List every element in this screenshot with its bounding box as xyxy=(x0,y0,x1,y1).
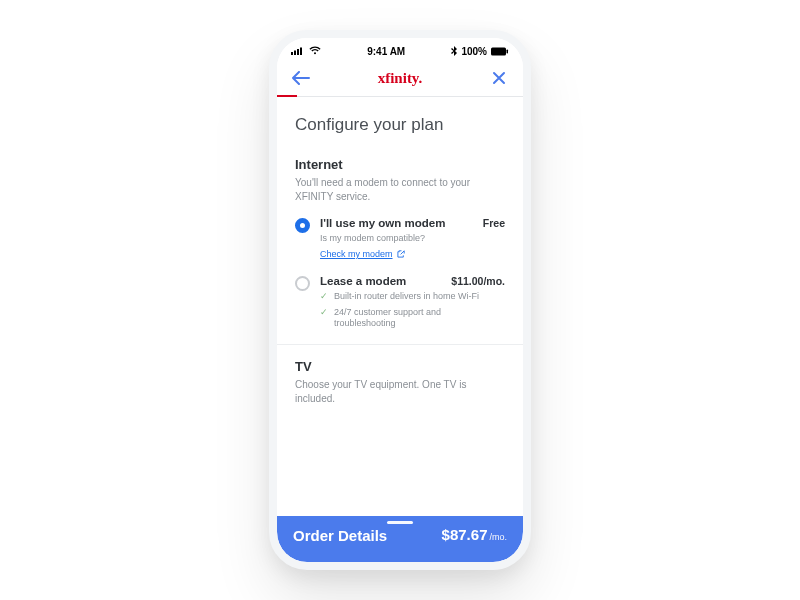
feature-text: Built-in router delivers in home Wi-Fi xyxy=(334,291,479,303)
svg-rect-0 xyxy=(291,52,293,55)
check-icon: ✓ xyxy=(320,291,328,303)
bluetooth-icon xyxy=(451,46,457,56)
check-modem-link[interactable]: Check my modem xyxy=(320,249,406,260)
page-title: Configure your plan xyxy=(295,115,505,135)
svg-rect-2 xyxy=(297,49,299,55)
internet-section-title: Internet xyxy=(295,157,505,172)
tv-section-subtitle: Choose your TV equipment. One TV is incl… xyxy=(295,378,505,405)
order-price: $87.67 xyxy=(442,526,488,543)
radio-lease-modem[interactable] xyxy=(295,276,310,291)
order-period: /mo. xyxy=(489,532,507,542)
battery-pct: 100% xyxy=(461,46,487,57)
feature-text: 24/7 customer support and troubleshootin… xyxy=(334,307,505,330)
option-price: Free xyxy=(483,217,505,229)
svg-rect-1 xyxy=(294,50,296,55)
section-divider xyxy=(277,344,523,345)
nav-bar: xfinity. xyxy=(277,60,523,96)
modem-option-lease[interactable]: Lease a modem $11.00/mo. ✓Built-in route… xyxy=(295,275,505,330)
internet-section-subtitle: You'll need a modem to connect to your X… xyxy=(295,176,505,203)
option-help: Is my modem compatible? xyxy=(320,233,505,243)
svg-rect-4 xyxy=(491,47,506,55)
option-label: I'll use my own modem xyxy=(320,217,445,229)
status-bar: 9:41 AM 100% xyxy=(277,38,523,60)
external-link-icon xyxy=(397,249,406,260)
screen: 9:41 AM 100% xfinity. Configure you xyxy=(277,38,523,562)
phone-frame: 9:41 AM 100% xfinity. Configure you xyxy=(269,30,531,570)
check-icon: ✓ xyxy=(320,307,328,330)
option-label: Lease a modem xyxy=(320,275,406,287)
progress-indicator xyxy=(277,96,523,97)
order-price-group: $87.67/mo. xyxy=(442,526,507,544)
wifi-icon xyxy=(309,46,321,57)
svg-rect-5 xyxy=(507,49,509,53)
content: Configure your plan Internet You'll need… xyxy=(277,97,523,516)
tv-section-title: TV xyxy=(295,359,505,374)
signal-icon xyxy=(291,46,305,57)
status-time: 9:41 AM xyxy=(367,46,405,57)
close-button[interactable] xyxy=(487,66,511,90)
svg-rect-3 xyxy=(300,47,302,55)
order-details-bar[interactable]: Order Details $87.67/mo. xyxy=(277,516,523,562)
back-button[interactable] xyxy=(289,66,313,90)
battery-icon xyxy=(491,47,509,56)
order-details-label: Order Details xyxy=(293,527,387,544)
option-price: $11.00/mo. xyxy=(451,275,505,287)
radio-own-modem[interactable] xyxy=(295,218,310,233)
modem-option-own[interactable]: I'll use my own modem Free Is my modem c… xyxy=(295,217,505,261)
